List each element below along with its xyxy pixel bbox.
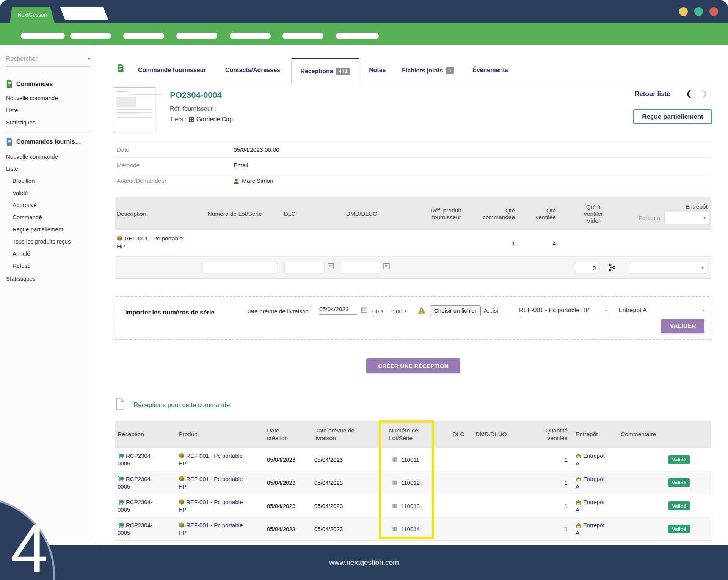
import-product-select[interactable]: REF-001 - Pc portable HP ▾ bbox=[519, 303, 607, 317]
minute-select[interactable]: 00▾ bbox=[396, 306, 413, 317]
info-row-auteur: Auteur/Demandeur Marc Simon bbox=[115, 173, 711, 189]
col-dmd-dluo: DMD/DLUO bbox=[475, 421, 513, 448]
sidebar-item-statistiques[interactable]: Statistiques bbox=[6, 119, 36, 126]
tab-contacts-adresses[interactable]: Contacts/Adresses bbox=[225, 67, 280, 74]
sidebar-item-commande[interactable]: Commandé bbox=[13, 214, 42, 220]
warehouse-link[interactable]: Entrepôt A bbox=[576, 494, 612, 517]
status-badge-button[interactable]: Reçue partiellement bbox=[633, 109, 712, 124]
lot-serial-input[interactable] bbox=[203, 262, 277, 273]
calendar-icon[interactable] bbox=[328, 263, 334, 271]
tab-receptions[interactable]: Réceptions 4 / 1 bbox=[291, 58, 359, 83]
tiers-link[interactable]: Garderie Cap bbox=[196, 116, 233, 123]
col-lot-serie: Numéro de Lot/Série bbox=[199, 197, 271, 230]
delivery-date-input[interactable] bbox=[319, 303, 357, 315]
serial-link[interactable]: 110014 bbox=[392, 517, 420, 541]
tab-fichiers-joints[interactable]: Fichiers joints 1 bbox=[402, 67, 454, 74]
tab-count-badge: 1 bbox=[446, 67, 454, 74]
thumbnail-line bbox=[116, 115, 141, 115]
product-link[interactable]: REF-001 - Pc portable HP bbox=[179, 448, 251, 471]
sidebar-item-annule[interactable]: Annulé bbox=[13, 250, 30, 257]
reception-link[interactable]: RCP2304-0005 bbox=[118, 517, 162, 541]
menu-pill-6[interactable] bbox=[282, 33, 323, 39]
serial-link[interactable]: 110013 bbox=[392, 494, 420, 517]
vider-link[interactable]: Vider bbox=[587, 217, 600, 224]
warehouse-link[interactable]: Entrepôt A bbox=[576, 471, 612, 494]
status-badge: Validé bbox=[668, 478, 690, 487]
serial-link[interactable]: 110011 bbox=[392, 448, 419, 471]
window-minimize-button[interactable] bbox=[679, 7, 688, 16]
tab-evenements[interactable]: Événements bbox=[472, 67, 508, 74]
order-document-icon bbox=[118, 64, 124, 74]
menu-pill-3[interactable] bbox=[123, 33, 164, 39]
product-link[interactable]: REF-001 - Pc portable HP bbox=[179, 517, 251, 541]
sidebar-item-fournisseur-nouvelle-commande[interactable]: Nouvelle commande bbox=[6, 153, 58, 160]
split-line-icon[interactable] bbox=[608, 263, 616, 273]
date-prevue: 05/04/2023 bbox=[314, 517, 343, 541]
sidebar-item-brouillon[interactable]: Brouillon bbox=[13, 178, 35, 184]
author-link[interactable]: Marc Simon bbox=[242, 178, 273, 184]
tab-notes[interactable]: Notes bbox=[369, 67, 386, 74]
dispatch-table-header: Description Numéro de Lot/Série DLC DMD/… bbox=[115, 197, 711, 230]
sidebar-item-recue-partiellement[interactable]: Reçue partiellement bbox=[13, 226, 63, 233]
col-date-creation: Date création bbox=[267, 421, 299, 448]
menu-pill-7[interactable] bbox=[336, 33, 379, 39]
warehouse-select[interactable]: ▾ bbox=[630, 262, 707, 274]
info-row-methode: Méthode Email bbox=[115, 157, 711, 173]
reception-link[interactable]: RCP2304-0005 bbox=[118, 471, 162, 494]
col-dlc: DLC bbox=[275, 197, 305, 230]
product-link[interactable]: REF-001 - Pc portable HP bbox=[179, 494, 251, 517]
previous-record-icon[interactable]: ❮ bbox=[686, 89, 692, 98]
choose-file-button[interactable]: Choisir un fichier bbox=[430, 305, 481, 316]
window-close-button[interactable] bbox=[709, 7, 718, 16]
minute-value: 00 bbox=[396, 308, 402, 315]
document-thumbnail[interactable] bbox=[113, 87, 155, 132]
page-title: PO2304-0004 bbox=[170, 90, 222, 100]
barcode-icon bbox=[392, 527, 398, 531]
sidebar-section-commandes: Commandes bbox=[6, 80, 53, 88]
tab-commande-fournisseur[interactable]: Commande fournisseur bbox=[138, 67, 206, 74]
sidebar-item-approuve[interactable]: Approuvé bbox=[13, 202, 37, 208]
product-link[interactable]: REF-001 - Pc portable HP bbox=[117, 235, 193, 251]
calendar-icon[interactable] bbox=[383, 263, 390, 271]
warehouse-link[interactable]: Entrepôt A bbox=[576, 517, 612, 541]
back-to-list-link[interactable]: Retour liste bbox=[635, 90, 670, 98]
serial-link[interactable]: 110012 bbox=[392, 471, 420, 494]
info-label: Date bbox=[115, 146, 234, 153]
file-input[interactable]: Choisir un fichier A...isi bbox=[430, 303, 516, 318]
sidebar-item-valide[interactable]: Validé bbox=[13, 190, 28, 196]
hour-select[interactable]: 00▾ bbox=[372, 306, 390, 317]
force-warehouse-select[interactable]: ▾ bbox=[664, 212, 709, 224]
next-record-icon[interactable]: ❯ bbox=[701, 89, 708, 98]
info-divider bbox=[115, 189, 711, 189]
menu-pill-5[interactable] bbox=[230, 33, 271, 39]
browser-tab-placeholder[interactable] bbox=[60, 7, 108, 20]
date-prevue: 05/04/2023 bbox=[314, 494, 343, 517]
menu-pill-4[interactable] bbox=[176, 33, 217, 39]
sidebar-section-commandes-fournisseurs: Commandes fournis… bbox=[6, 138, 81, 146]
qty-to-dispatch-input[interactable] bbox=[575, 262, 599, 273]
sidebar-item-liste[interactable]: Liste bbox=[6, 107, 18, 113]
menu-pill-1[interactable] bbox=[21, 33, 65, 39]
create-reception-button[interactable]: CRÉER UNE RÉCEPTION bbox=[366, 358, 460, 373]
col-entrepot: Entrepôt bbox=[576, 421, 610, 448]
reception-link[interactable]: RCP2304-0005 bbox=[118, 494, 162, 517]
import-warehouse-select[interactable]: Entrepôt A ▾ bbox=[618, 303, 705, 317]
sidebar-item-tous-produits-recus[interactable]: Tous les produits reçus bbox=[13, 238, 71, 245]
sidebar-item-fournisseur-liste[interactable]: Liste bbox=[6, 165, 18, 172]
warehouse-link[interactable]: Entrepôt A bbox=[576, 448, 612, 471]
dmd-date-input[interactable] bbox=[340, 262, 380, 273]
product-label: REF-001 - Pc portable HP bbox=[179, 476, 243, 490]
window-maximize-button[interactable] bbox=[694, 7, 703, 16]
left-sidebar: Rechercher ▾ Commandes Nouvelle commande… bbox=[0, 45, 95, 545]
calendar-icon[interactable] bbox=[361, 307, 367, 314]
reception-link[interactable]: RCP2304-0005 bbox=[118, 448, 162, 471]
sidebar-item-fournisseur-statistiques[interactable]: Statistiques bbox=[6, 275, 36, 282]
valider-button[interactable]: VALIDER bbox=[661, 319, 704, 333]
sidebar-item-nouvelle-commande[interactable]: Nouvelle commande bbox=[6, 95, 58, 101]
search-input[interactable]: Rechercher ▾ bbox=[6, 55, 90, 67]
dlc-date-input[interactable] bbox=[284, 262, 325, 273]
date-prevue: 05/04/2023 bbox=[314, 448, 343, 471]
product-link[interactable]: REF-001 - Pc portable HP bbox=[179, 471, 251, 494]
menu-pill-2[interactable] bbox=[70, 33, 111, 39]
sidebar-item-refuse[interactable]: Refusé bbox=[13, 262, 31, 269]
